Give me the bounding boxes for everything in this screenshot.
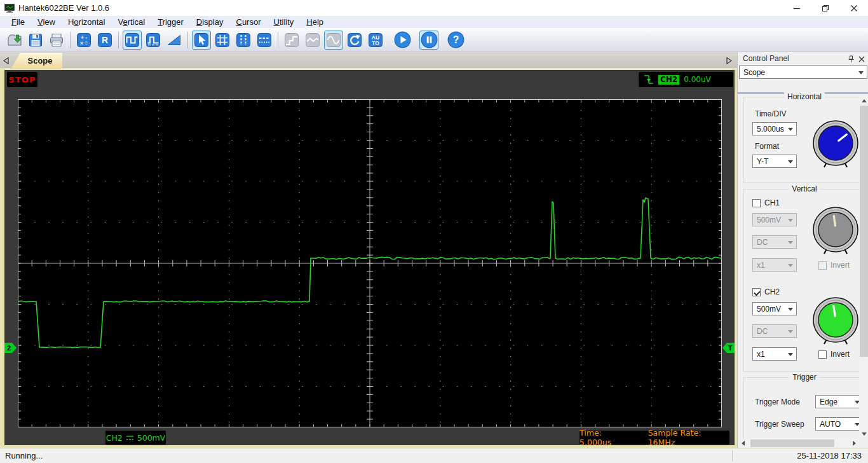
ch2-label: CH2 [764,287,780,296]
status-datetime: 25-11-2018 17:33 [797,451,862,460]
tab-bar: Scope [0,52,737,68]
scroll-right-icon [853,441,856,446]
ch1-position-knob[interactable] [809,203,862,256]
toolbar-separator [278,32,278,48]
toolbar-save-button[interactable] [26,31,45,50]
toolbar-step-interpolation-button[interactable] [282,31,301,50]
toolbar-autoset-button[interactable]: AUTO [366,31,385,50]
waveform-canvas[interactable] [18,99,722,427]
horizontal-cursors-icon [257,32,272,48]
toolbar-grid-button[interactable] [213,31,232,50]
menu-item-view[interactable]: View [31,16,62,28]
acquisition-status-badge: STOP [7,72,37,87]
scroll-up-icon [862,99,867,102]
ch1-invert-checkbox[interactable] [818,261,827,270]
trigger-level-marker[interactable]: T [722,343,735,353]
vertical-group: Vertical CH1 500mV DC x1 [743,189,865,372]
toolbar-cursor-arrow-button[interactable] [192,31,211,50]
toolbar-separator [187,32,188,48]
format-value: Y-T [757,157,768,166]
autoset-icon: AUTO [368,32,383,48]
menu-item-help[interactable]: Help [300,16,330,28]
ch2-position-knob[interactable] [809,293,862,347]
menu-item-file[interactable]: File [5,16,31,28]
ch1-coupling-select[interactable]: DC [752,235,797,249]
menu-item-display[interactable]: Display [190,16,230,28]
trigger-group: Trigger Trigger Mode Edge Trigger Sweep … [743,377,865,439]
restore-button[interactable] [811,0,839,16]
ch2-invert-label: Invert [831,350,850,359]
panel-close-icon [858,56,865,62]
panel-close-button[interactable] [857,55,865,63]
ch2-coupling-select[interactable]: DC [752,324,797,338]
app-window: Hantek6022BE Ver 1.0.6 FileViewHorizonta… [0,0,868,463]
menu-item-cursor[interactable]: Cursor [229,16,267,28]
toolbar-linear-interpolation-button[interactable] [303,31,322,50]
toolbar-ramp-button[interactable] [165,31,184,50]
chevron-right-icon [726,57,732,64]
square-wave-icon [125,32,140,48]
menu-item-horizontal[interactable]: Horizontal [62,16,112,28]
ch2-position-marker[interactable]: 2 [4,343,17,353]
trigger-mode-select[interactable]: Edge [815,395,864,408]
pin-button[interactable] [847,55,855,63]
reference-icon: R [97,32,112,48]
ch2-probe-value: x1 [757,350,765,359]
panel-vertical-scrollbar[interactable] [859,95,868,439]
ramp-icon [166,32,182,48]
format-select[interactable]: Y-T [752,155,797,168]
horizontal-position-knob[interactable] [809,116,862,170]
grid-icon [215,32,230,48]
minimize-button[interactable] [782,0,811,16]
menu-item-trigger[interactable]: Trigger [151,16,190,28]
tab-scope[interactable]: Scope [11,53,62,68]
menu-item-vertical[interactable]: Vertical [111,16,151,28]
trigger-sweep-value: AUTO [820,420,841,429]
toolbar-pulse-wave-button[interactable] [144,31,163,50]
ch1-probe-select[interactable]: x1 [752,258,797,272]
waveform-display[interactable] [18,99,722,427]
scroll-left-button[interactable] [738,439,748,448]
ch1-volts-select[interactable]: 500mV [752,213,797,226]
close-button[interactable] [839,0,868,16]
scroll-up-button[interactable] [859,95,868,106]
timediv-select[interactable]: 5.000us [752,122,797,135]
toolbar-run-button[interactable] [393,31,412,50]
help-icon: ? [447,31,465,48]
timebase-readout: Time: 5.000us Sample Rate: 16MHz [580,431,729,445]
ch2-checkbox[interactable] [752,288,761,296]
ch2-scale-value: 500mV [137,433,166,443]
toolbar-math-button[interactable]: + -× ÷ [74,31,93,50]
chevron-down-icon [788,353,793,356]
horizontal-scroll-thumb[interactable] [750,439,834,447]
toolbar-help-button[interactable]: ? [446,31,465,50]
app-icon [4,4,15,13]
toolbar-refresh-button[interactable] [345,31,364,50]
scroll-down-button[interactable] [859,429,868,439]
trigger-level-marker-label: T [728,344,733,352]
toolbar-reference-button[interactable]: R [95,31,114,50]
panel-horizontal-scrollbar[interactable] [738,439,859,448]
toolbar-square-wave-button[interactable] [123,31,142,50]
toolbar-horizontal-cursors-button[interactable] [255,31,274,50]
dc-coupling-icon [126,434,134,441]
toolbar-pause-button[interactable] [419,31,438,50]
toolbar-open-button[interactable] [5,31,24,50]
toolbar-sine-interpolation-button[interactable] [324,31,343,50]
menu-item-utility[interactable]: Utility [268,16,301,28]
trigger-sweep-select[interactable]: AUTO [815,417,864,431]
vertical-scroll-thumb[interactable] [860,106,868,357]
ch2-volts-select[interactable]: 500mV [752,302,797,315]
toolbar-vertical-cursors-button[interactable] [234,31,253,50]
save-icon [28,32,43,48]
tab-scroll-left-button[interactable] [1,55,10,66]
ch2-probe-select[interactable]: x1 [752,347,797,361]
open-icon [7,32,22,48]
scroll-right-button[interactable] [849,439,859,448]
ch2-invert-checkbox[interactable] [818,350,827,359]
toolbar-print-button[interactable] [47,31,66,50]
ch1-checkbox[interactable] [752,199,761,207]
minimize-icon [793,4,801,12]
tab-scroll-right-button[interactable] [724,55,733,66]
panel-mode-select[interactable]: Scope [739,66,867,79]
